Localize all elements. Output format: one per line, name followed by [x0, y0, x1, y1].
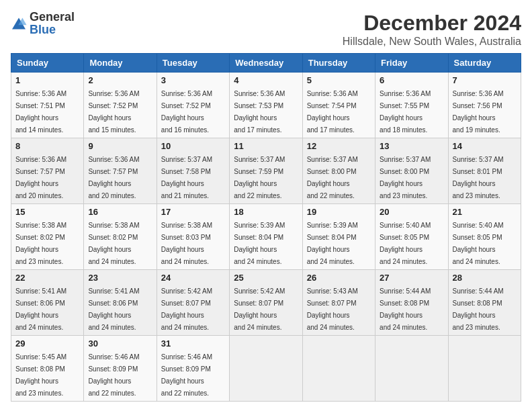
day-info: Sunrise: 5:37 AMSunset: 8:00 PMDaylight … — [307, 156, 358, 199]
calendar-cell: 22 Sunrise: 5:41 AMSunset: 8:06 PMDaylig… — [11, 270, 84, 336]
calendar-week-4: 22 Sunrise: 5:41 AMSunset: 8:06 PMDaylig… — [11, 270, 521, 336]
day-number: 1 — [15, 75, 79, 85]
day-info: Sunrise: 5:37 AMSunset: 8:00 PMDaylight … — [380, 156, 431, 199]
day-number: 11 — [234, 141, 298, 151]
day-info: Sunrise: 5:40 AMSunset: 8:05 PMDaylight … — [453, 222, 504, 265]
day-info: Sunrise: 5:39 AMSunset: 8:04 PMDaylight … — [234, 222, 285, 265]
calendar-cell: 27 Sunrise: 5:44 AMSunset: 8:08 PMDaylig… — [375, 270, 448, 336]
calendar-cell — [230, 336, 302, 402]
calendar-cell: 19 Sunrise: 5:39 AMSunset: 8:04 PMDaylig… — [302, 204, 375, 270]
day-info: Sunrise: 5:41 AMSunset: 8:06 PMDaylight … — [88, 287, 139, 331]
day-info: Sunrise: 5:46 AMSunset: 8:09 PMDaylight … — [88, 353, 139, 397]
calendar-cell: 8 Sunrise: 5:36 AMSunset: 7:57 PMDayligh… — [11, 138, 84, 204]
calendar-cell: 13 Sunrise: 5:37 AMSunset: 8:00 PMDaylig… — [375, 138, 448, 204]
calendar-cell: 26 Sunrise: 5:43 AMSunset: 8:07 PMDaylig… — [302, 270, 375, 336]
day-number: 4 — [234, 75, 298, 85]
day-info: Sunrise: 5:43 AMSunset: 8:07 PMDaylight … — [307, 287, 358, 331]
weekday-sunday: Sunday — [11, 54, 84, 73]
calendar-cell: 14 Sunrise: 5:37 AMSunset: 8:01 PMDaylig… — [448, 138, 521, 204]
calendar-cell: 25 Sunrise: 5:42 AMSunset: 8:07 PMDaylig… — [230, 270, 302, 336]
calendar-table: SundayMondayTuesdayWednesdayThursdayFrid… — [11, 53, 521, 402]
day-number: 23 — [88, 273, 152, 283]
calendar-cell: 12 Sunrise: 5:37 AMSunset: 8:00 PMDaylig… — [302, 138, 375, 204]
day-number: 28 — [453, 273, 517, 283]
day-number: 30 — [88, 338, 152, 349]
day-info: Sunrise: 5:38 AMSunset: 8:02 PMDaylight … — [88, 222, 139, 265]
weekday-tuesday: Tuesday — [157, 54, 229, 73]
calendar-cell: 4 Sunrise: 5:36 AMSunset: 7:53 PMDayligh… — [230, 73, 302, 138]
day-number: 21 — [453, 207, 517, 217]
calendar-cell: 10 Sunrise: 5:37 AMSunset: 7:58 PMDaylig… — [157, 138, 229, 204]
day-number: 3 — [161, 75, 225, 85]
calendar-week-3: 15 Sunrise: 5:38 AMSunset: 8:02 PMDaylig… — [11, 204, 521, 270]
day-number: 29 — [15, 338, 79, 349]
calendar-cell: 3 Sunrise: 5:36 AMSunset: 7:52 PMDayligh… — [157, 73, 229, 138]
day-number: 18 — [234, 207, 298, 217]
day-info: Sunrise: 5:42 AMSunset: 8:07 PMDaylight … — [161, 287, 212, 331]
day-info: Sunrise: 5:37 AMSunset: 7:59 PMDaylight … — [234, 156, 285, 199]
day-info: Sunrise: 5:36 AMSunset: 7:54 PMDaylight … — [307, 90, 358, 134]
calendar-cell: 15 Sunrise: 5:38 AMSunset: 8:02 PMDaylig… — [11, 204, 84, 270]
day-number: 10 — [161, 141, 225, 151]
day-number: 2 — [88, 75, 152, 85]
calendar-cell: 20 Sunrise: 5:40 AMSunset: 8:05 PMDaylig… — [375, 204, 448, 270]
day-info: Sunrise: 5:36 AMSunset: 7:57 PMDaylight … — [88, 156, 139, 199]
day-number: 17 — [161, 207, 225, 217]
header: General Blue December 2024 Hillsdale, Ne… — [11, 11, 521, 48]
weekday-thursday: Thursday — [302, 54, 375, 73]
day-number: 15 — [15, 207, 79, 217]
calendar-cell: 28 Sunrise: 5:44 AMSunset: 8:08 PMDaylig… — [448, 270, 521, 336]
day-number: 9 — [88, 141, 152, 151]
day-number: 25 — [234, 273, 298, 283]
logo-blue: Blue — [30, 23, 56, 36]
day-info: Sunrise: 5:39 AMSunset: 8:04 PMDaylight … — [307, 222, 358, 265]
weekday-friday: Friday — [375, 54, 448, 73]
calendar-cell: 2 Sunrise: 5:36 AMSunset: 7:52 PMDayligh… — [84, 73, 157, 138]
day-info: Sunrise: 5:37 AMSunset: 8:01 PMDaylight … — [453, 156, 504, 199]
calendar-cell: 9 Sunrise: 5:36 AMSunset: 7:57 PMDayligh… — [84, 138, 157, 204]
calendar-cell: 21 Sunrise: 5:40 AMSunset: 8:05 PMDaylig… — [448, 204, 521, 270]
calendar-cell: 16 Sunrise: 5:38 AMSunset: 8:02 PMDaylig… — [84, 204, 157, 270]
day-number: 7 — [453, 75, 517, 85]
calendar-week-2: 8 Sunrise: 5:36 AMSunset: 7:57 PMDayligh… — [11, 138, 521, 204]
logo-general: General — [30, 10, 75, 24]
calendar-week-5: 29 Sunrise: 5:45 AMSunset: 8:08 PMDaylig… — [11, 336, 521, 402]
calendar-cell: 1 Sunrise: 5:36 AMSunset: 7:51 PMDayligh… — [11, 73, 84, 138]
day-number: 22 — [15, 273, 79, 283]
month-title: December 2024 — [343, 11, 521, 36]
weekday-saturday: Saturday — [448, 54, 521, 73]
day-number: 19 — [307, 207, 371, 217]
logo: General Blue — [11, 11, 75, 36]
day-number: 26 — [307, 273, 371, 283]
day-number: 8 — [15, 141, 79, 151]
day-number: 12 — [307, 141, 371, 151]
day-info: Sunrise: 5:37 AMSunset: 7:58 PMDaylight … — [161, 156, 212, 199]
day-info: Sunrise: 5:36 AMSunset: 7:57 PMDaylight … — [15, 156, 66, 199]
day-number: 20 — [380, 207, 443, 217]
day-number: 27 — [380, 273, 443, 283]
calendar-cell — [302, 336, 375, 402]
day-info: Sunrise: 5:36 AMSunset: 7:53 PMDaylight … — [234, 90, 285, 134]
logo-icon — [11, 17, 27, 30]
weekday-monday: Monday — [84, 54, 157, 73]
weekday-header: SundayMondayTuesdayWednesdayThursdayFrid… — [11, 54, 521, 73]
calendar-cell: 29 Sunrise: 5:45 AMSunset: 8:08 PMDaylig… — [11, 336, 84, 402]
calendar-cell — [448, 336, 521, 402]
day-info: Sunrise: 5:36 AMSunset: 7:52 PMDaylight … — [88, 90, 139, 134]
day-number: 16 — [88, 207, 152, 217]
day-info: Sunrise: 5:38 AMSunset: 8:02 PMDaylight … — [15, 222, 66, 265]
day-info: Sunrise: 5:41 AMSunset: 8:06 PMDaylight … — [15, 287, 66, 331]
location-title: Hillsdale, New South Wales, Australia — [343, 36, 521, 48]
calendar-cell: 7 Sunrise: 5:36 AMSunset: 7:56 PMDayligh… — [448, 73, 521, 138]
calendar-cell: 17 Sunrise: 5:38 AMSunset: 8:03 PMDaylig… — [157, 204, 229, 270]
day-info: Sunrise: 5:42 AMSunset: 8:07 PMDaylight … — [234, 287, 285, 331]
day-info: Sunrise: 5:40 AMSunset: 8:05 PMDaylight … — [380, 222, 431, 265]
day-number: 24 — [161, 273, 225, 283]
day-info: Sunrise: 5:44 AMSunset: 8:08 PMDaylight … — [380, 287, 431, 331]
calendar-body: 1 Sunrise: 5:36 AMSunset: 7:51 PMDayligh… — [11, 73, 521, 402]
calendar-cell: 30 Sunrise: 5:46 AMSunset: 8:09 PMDaylig… — [84, 336, 157, 402]
calendar-week-1: 1 Sunrise: 5:36 AMSunset: 7:51 PMDayligh… — [11, 73, 521, 138]
day-info: Sunrise: 5:38 AMSunset: 8:03 PMDaylight … — [161, 222, 212, 265]
day-info: Sunrise: 5:36 AMSunset: 7:51 PMDaylight … — [15, 90, 66, 134]
calendar-cell — [375, 336, 448, 402]
